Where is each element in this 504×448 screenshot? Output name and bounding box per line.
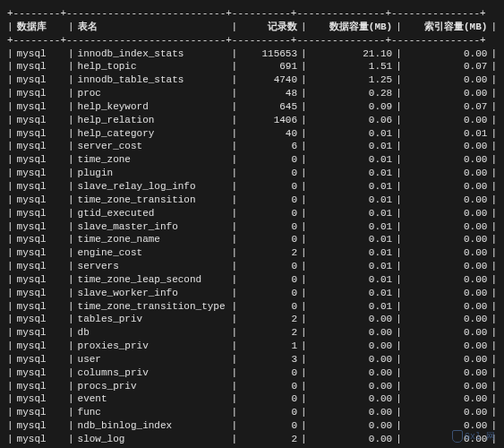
table-row: |mysql|plugin|0|0.01|0.00| bbox=[7, 167, 497, 180]
pipe: | bbox=[68, 180, 74, 194]
pipe: | bbox=[301, 233, 307, 246]
cell-records: 0 bbox=[237, 220, 301, 234]
cell-records: 记录数 bbox=[237, 21, 301, 34]
table-row: |mysql|slow_log|2|0.00|0.00| bbox=[7, 433, 497, 446]
pipe: | bbox=[68, 60, 74, 73]
cell-db: mysql bbox=[13, 140, 68, 153]
pipe: | bbox=[232, 167, 238, 180]
cell-data-mb: 0.00 bbox=[307, 313, 397, 326]
pipe: | bbox=[232, 392, 238, 406]
pipe: | bbox=[232, 233, 238, 246]
cell-db: mysql bbox=[13, 433, 68, 446]
table-row: |mysql|help_relation|1406|0.06|0.00| bbox=[7, 114, 497, 127]
cell-table: 表名 bbox=[74, 21, 232, 34]
pipe: | bbox=[396, 194, 402, 207]
pipe: | bbox=[7, 180, 13, 194]
pipe: | bbox=[232, 73, 238, 87]
cell-table: func bbox=[74, 406, 232, 419]
pipe: | bbox=[68, 366, 74, 380]
pipe: | bbox=[7, 433, 13, 446]
cell-data-mb: 1.25 bbox=[307, 73, 397, 87]
pipe: | bbox=[396, 167, 402, 180]
pipe: | bbox=[396, 366, 402, 380]
cell-db: mysql bbox=[13, 233, 68, 246]
pipe: | bbox=[396, 313, 402, 326]
cell-index-mb: 0.00 bbox=[402, 167, 491, 180]
table-row: |mysql|time_zone|0|0.01|0.00| bbox=[7, 153, 497, 167]
cell-records: 691 bbox=[237, 60, 301, 73]
pipe: | bbox=[7, 220, 13, 234]
cell-data-mb: 0.00 bbox=[307, 340, 397, 353]
cell-db: mysql bbox=[13, 287, 68, 300]
table-row: |mysql|innodb_index_stats|115653|21.10|0… bbox=[7, 47, 497, 61]
cell-table: help_relation bbox=[74, 114, 232, 127]
cell-db: mysql bbox=[13, 366, 68, 380]
pipe: | bbox=[68, 114, 74, 127]
table-row: |mysql|ndb_binlog_index|0|0.00|0.00| bbox=[7, 419, 497, 433]
cell-index-mb: 0.00 bbox=[402, 340, 491, 353]
cell-table: slave_worker_info bbox=[74, 287, 232, 300]
cell-table: tables_priv bbox=[74, 313, 232, 326]
cell-data-mb: 0.06 bbox=[307, 114, 397, 127]
pipe: | bbox=[7, 366, 13, 380]
cell-index-mb: 0.00 bbox=[402, 313, 491, 326]
pipe: | bbox=[7, 406, 13, 419]
pipe: | bbox=[7, 233, 13, 246]
pipe: | bbox=[491, 153, 497, 167]
cell-table: servers bbox=[74, 260, 232, 273]
cell-records: 0 bbox=[237, 366, 301, 380]
cell-table: innodb_index_stats bbox=[74, 47, 232, 61]
table-row: |mysql|event|0|0.00|0.00| bbox=[7, 392, 497, 406]
separator: +--------+---------------------------+--… bbox=[7, 34, 497, 47]
cell-data-mb: 0.01 bbox=[307, 287, 397, 300]
pipe: | bbox=[491, 60, 497, 73]
pipe: | bbox=[232, 326, 238, 340]
cell-records: 0 bbox=[237, 419, 301, 433]
cell-data-mb: 0.01 bbox=[307, 167, 397, 180]
cell-db: mysql bbox=[13, 260, 68, 273]
cell-records: 1 bbox=[237, 340, 301, 353]
pipe: | bbox=[7, 140, 13, 153]
pipe: | bbox=[396, 140, 402, 153]
table-row: |mysql|time_zone_name|0|0.01|0.00| bbox=[7, 233, 497, 246]
pipe: | bbox=[301, 100, 307, 114]
table-row: |mysql|slave_relay_log_info|0|0.01|0.00| bbox=[7, 180, 497, 194]
pipe: | bbox=[301, 340, 307, 353]
cell-db: mysql bbox=[13, 87, 68, 100]
cell-index-mb: 0.00 bbox=[402, 194, 491, 207]
cell-index-mb: 0.00 bbox=[402, 326, 491, 340]
pipe: | bbox=[491, 287, 497, 300]
pipe: | bbox=[301, 194, 307, 207]
pipe: | bbox=[232, 433, 238, 446]
pipe: | bbox=[491, 273, 497, 287]
cell-db: mysql bbox=[13, 153, 68, 167]
pipe: | bbox=[301, 406, 307, 419]
pipe: | bbox=[301, 260, 307, 273]
pipe: | bbox=[232, 60, 238, 73]
cell-table: proxies_priv bbox=[74, 340, 232, 353]
pipe: | bbox=[68, 21, 74, 34]
pipe: | bbox=[396, 60, 402, 73]
cell-table: time_zone bbox=[74, 153, 232, 167]
pipe: | bbox=[68, 419, 74, 433]
cell-records: 48 bbox=[237, 87, 301, 100]
pipe: | bbox=[396, 419, 402, 433]
pipe: | bbox=[396, 260, 402, 273]
cell-table: gtid_executed bbox=[74, 207, 232, 220]
pipe: | bbox=[396, 326, 402, 340]
pipe: | bbox=[232, 287, 238, 300]
pipe: | bbox=[301, 300, 307, 314]
pipe: | bbox=[396, 21, 402, 34]
cell-db: mysql bbox=[13, 207, 68, 220]
cell-index-mb: 0.00 bbox=[402, 207, 491, 220]
pipe: | bbox=[7, 313, 13, 326]
pipe: | bbox=[301, 419, 307, 433]
pipe: | bbox=[7, 419, 13, 433]
cell-data-mb: 0.00 bbox=[307, 406, 397, 419]
cell-records: 2 bbox=[237, 433, 301, 446]
pipe: | bbox=[68, 127, 74, 141]
table-row: |mysql|proc|48|0.28|0.00| bbox=[7, 87, 497, 100]
cell-data-mb: 0.01 bbox=[307, 220, 397, 234]
cell-data-mb: 0.00 bbox=[307, 392, 397, 406]
cell-db: mysql bbox=[13, 380, 68, 393]
